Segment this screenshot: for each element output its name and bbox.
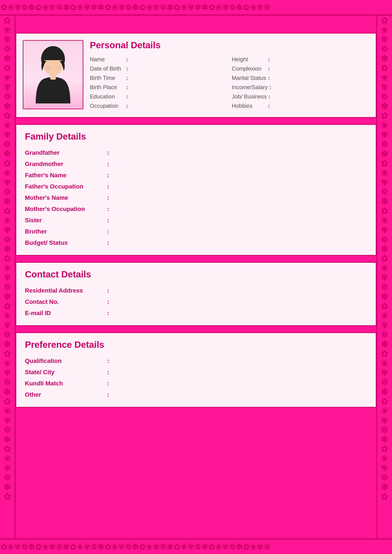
flower-icon: ✽ [28, 3, 35, 12]
flower-icon: ✾ [153, 542, 160, 551]
flower-icon: ❀ [77, 542, 84, 551]
flower-icon: ✿ [381, 254, 388, 263]
flower-icon: ✿ [104, 3, 111, 12]
flower-icon: ❀ [4, 73, 11, 82]
flower-icon: ✽ [236, 3, 243, 12]
personal-field-left-0: Name : [90, 55, 227, 64]
flower-icon: ✾ [381, 368, 388, 377]
family-field-colon: : [107, 239, 109, 246]
flower-icon: ✽ [167, 542, 174, 551]
flower-icon: ❀ [111, 542, 118, 551]
flower-icon: ✾ [84, 542, 91, 551]
flower-icon: ❁ [381, 473, 388, 482]
flower-icon: ✾ [381, 82, 388, 92]
family-field-label: Grandfather [25, 149, 107, 156]
flower-icon: ❁ [125, 542, 132, 551]
personal-left-col: Name : Date of Birth : Birth Time : Birt… [90, 55, 227, 111]
family-field-label: Father's Occupation [25, 183, 107, 190]
border-right: ✿❀✾❁✽✿❀✾❁✽✿❀✾❁✽✿❀✾❁✽✿❀✾❁✽✿❀✾❁✽✿❀✾❁✽✿❀✾❁✽… [376, 16, 392, 538]
flower-icon: ✽ [4, 101, 11, 111]
flower-icon: ❁ [381, 330, 388, 339]
flower-icon: ❀ [381, 120, 388, 130]
flower-icon: ❀ [215, 542, 222, 551]
flower-icon: ❁ [4, 330, 11, 339]
border-left: ✿❀✾❁✽✿❀✾❁✽✿❀✾❁✽✿❀✾❁✽✿❀✾❁✽✿❀✾❁✽✿❀✾❁✽✿❀✾❁✽… [0, 16, 16, 538]
flower-icon: ✿ [4, 16, 11, 25]
field-colon: : [126, 65, 128, 72]
field-label: Occupation [90, 103, 125, 109]
flower-icon: ❀ [381, 358, 388, 368]
family-field-label: Mother's Name [25, 194, 107, 201]
border-top: ✿❀✾❁✽✿❀✾❁✽✿❀✾❁✽✿❀✾❁✽✿❀✾❁✽✿❀✾❁✽✿❀✾❁✽✿❀✾❁ [0, 0, 392, 16]
personal-details-grid: Name : Date of Birth : Birth Time : Birt… [90, 55, 369, 111]
family-field-colon: : [107, 228, 109, 235]
personal-field-left-3: Birth Place : [90, 83, 227, 92]
flower-icon: ❀ [250, 3, 257, 12]
flower-icon: ✽ [28, 542, 35, 551]
svg-point-4 [56, 66, 61, 69]
flower-icon: ❁ [4, 92, 11, 101]
preference-field-label: Other [25, 391, 107, 398]
personal-title: Personal Details [90, 40, 369, 50]
flower-icon: ✽ [4, 149, 11, 159]
field-label: Education [90, 93, 125, 100]
field-colon: : [268, 65, 270, 72]
flower-icon: ✾ [381, 273, 388, 282]
flower-icon: ✾ [381, 320, 388, 330]
flower-icon: ✿ [381, 16, 388, 25]
family-field-8: Budget/ Status : [25, 237, 367, 249]
flower-icon: ✾ [381, 177, 388, 187]
family-details-card: Family Details Grandfather : Grandmother… [16, 124, 376, 256]
flower-icon: ✽ [132, 3, 139, 12]
flower-icon: ❁ [264, 542, 271, 551]
personal-field-right-2: Marital Status : [232, 73, 370, 83]
flower-icon: ❀ [381, 73, 388, 82]
flower-icon: ❀ [4, 358, 11, 368]
flower-icon: ❁ [4, 235, 11, 244]
flower-icon: ❁ [91, 3, 98, 12]
flower-icon: ✾ [188, 542, 194, 551]
flower-icon: ✿ [381, 301, 388, 311]
flower-icon: ❁ [229, 3, 236, 12]
preference-field-colon: : [107, 369, 109, 376]
flower-icon: ✿ [4, 159, 11, 168]
contact-field-2: E-mail ID : [25, 307, 367, 319]
page-wrapper: ✿❀✾❁✽✿❀✾❁✽✿❀✾❁✽✿❀✾❁✽✿❀✾❁✽✿❀✾❁✽✿❀✾❁✽✿❀✾❁ … [0, 0, 392, 554]
flower-icon: ❁ [4, 139, 11, 149]
field-colon: : [268, 75, 270, 81]
flower-icon: ❀ [381, 25, 388, 35]
flower-icon: ✽ [236, 542, 243, 551]
flower-icon: ✽ [381, 54, 388, 63]
family-field-colon: : [107, 149, 109, 156]
flower-icon: ✾ [84, 3, 91, 12]
field-label: Height [232, 56, 266, 63]
preference-field-1: State/ City : [25, 367, 367, 378]
flower-icon: ✿ [208, 542, 215, 551]
family-field-5: Mother's Occupation : [25, 203, 367, 215]
flower-icon: ✾ [49, 3, 56, 12]
field-colon: : [126, 93, 128, 100]
flower-icon: ❀ [181, 542, 188, 551]
family-field-0: Grandfather : [25, 147, 367, 159]
flower-icon: ❁ [4, 187, 11, 196]
preference-field-colon: : [107, 391, 109, 398]
flower-icon: ✿ [4, 301, 11, 311]
flower-icon: ✾ [381, 130, 388, 139]
flower-icon: ✽ [381, 387, 388, 396]
flower-icon: ❁ [381, 187, 388, 196]
flower-icon: ✾ [188, 3, 194, 12]
flower-icon: ❁ [381, 92, 388, 101]
field-colon: : [268, 103, 270, 109]
flower-icon: ✽ [381, 196, 388, 206]
field-label: Birth Time [90, 75, 125, 81]
flower-icon: ✽ [4, 339, 11, 349]
flower-icon: ❀ [4, 120, 11, 130]
field-label: Hobbies [232, 103, 266, 109]
flower-icon: ❀ [111, 3, 118, 12]
flower-icon: ✾ [381, 35, 388, 44]
contact-field-label: Residential Address [25, 287, 107, 294]
preference-field-label: Kundli Match [25, 380, 107, 387]
family-field-colon: : [107, 172, 109, 179]
flower-icon: ✽ [4, 292, 11, 301]
svg-rect-2 [50, 74, 56, 80]
